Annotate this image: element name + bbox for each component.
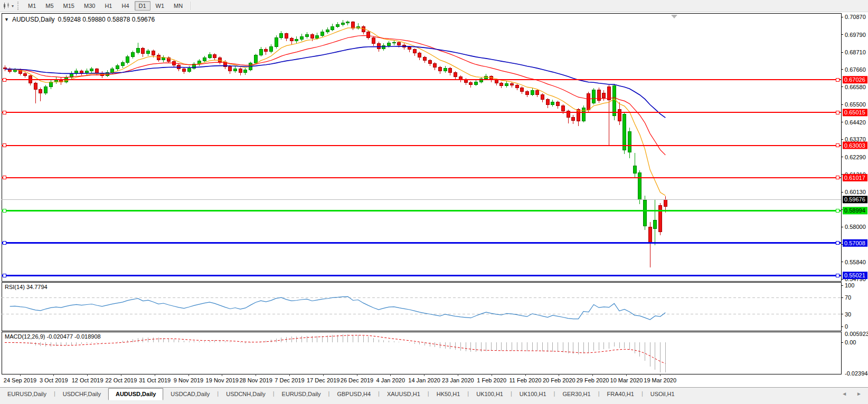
candle: [664, 199, 667, 206]
candle: [85, 71, 88, 73]
candle: [567, 111, 570, 117]
candle: [203, 57, 206, 61]
candle: [597, 90, 600, 101]
candle: [469, 82, 473, 84]
candle: [602, 93, 606, 98]
macd-pane: [2, 332, 841, 374]
candle: [234, 69, 237, 71]
chart-canvas: 0.708700.697900.687100.676600.665800.655…: [0, 0, 868, 404]
hline-handle[interactable]: [3, 111, 6, 114]
chart-tab-hk50-h1[interactable]: HK50,H1: [429, 388, 468, 400]
candle: [346, 22, 350, 23]
svg-text:0.55021: 0.55021: [844, 272, 865, 278]
chart-tab-usdchf-daily[interactable]: USDCHF,Daily: [55, 388, 108, 400]
chart-tab-xauusd-h1[interactable]: XAUUSD,H1: [380, 388, 428, 400]
date-axis-label: 24 Sep 2019: [4, 377, 36, 383]
candlestick-chart-icon[interactable]: ▾: [2, 1, 15, 11]
candle: [239, 69, 242, 72]
chart-tab-usdcnh-daily[interactable]: USDCNH,Daily: [219, 388, 273, 400]
hline-handle[interactable]: [3, 78, 6, 81]
chart-symbol: AUDUSD,Daily: [12, 16, 55, 23]
candle: [398, 42, 401, 45]
hline-handle[interactable]: [836, 242, 839, 245]
timeframe-button-d1[interactable]: D1: [135, 1, 150, 11]
candle: [572, 117, 575, 120]
candle: [39, 90, 42, 93]
chart-tab-eurusd-daily[interactable]: EURUSD,Daily: [0, 388, 54, 400]
candle: [454, 73, 457, 76]
candle: [326, 30, 329, 32]
candle: [305, 34, 308, 36]
timeframe-button-m15[interactable]: M15: [59, 1, 79, 11]
candle: [229, 66, 232, 71]
candle: [392, 42, 395, 43]
timeframe-button-m5[interactable]: M5: [41, 1, 58, 11]
rsi-axis-label: 0: [845, 323, 848, 330]
candle: [316, 35, 319, 38]
candle: [131, 52, 135, 56]
candle: [280, 34, 283, 38]
candle: [265, 49, 268, 52]
chart-tab-fra40-h1[interactable]: FRA40,H1: [600, 388, 641, 400]
chart-tab-ger30-h1[interactable]: GER30,H1: [555, 388, 598, 400]
svg-text:0.63003: 0.63003: [844, 142, 865, 149]
hline-handle[interactable]: [836, 274, 839, 277]
candle: [295, 40, 298, 41]
price-axis-label: 0.64420: [845, 119, 866, 126]
candle: [659, 206, 662, 232]
hline-handle[interactable]: [836, 78, 839, 81]
hline-handle[interactable]: [836, 111, 839, 114]
price-axis-label: 0.58000: [845, 224, 866, 230]
timeframe-button-h1[interactable]: H1: [100, 1, 116, 11]
svg-text:0.67026: 0.67026: [844, 76, 865, 83]
chart-tab-uk100-h1[interactable]: UK100,H1: [512, 388, 554, 400]
rsi-indicator-label: RSI(14) 34.7794: [5, 284, 48, 290]
candle: [382, 45, 385, 49]
hline-handle[interactable]: [836, 176, 839, 179]
chart-tab-usoil-h1[interactable]: USOil,H1: [643, 388, 682, 400]
tab-scroll-right-icon[interactable]: ►: [856, 391, 862, 397]
candle: [433, 63, 437, 67]
chart-tab-gbpusd-h4[interactable]: GBPUSD,H4: [329, 388, 378, 400]
hline-handle[interactable]: [3, 274, 6, 277]
price-axis-label: 0.63370: [845, 136, 866, 142]
svg-text:0.65015: 0.65015: [844, 109, 865, 116]
collapse-arrow-icon[interactable]: ▼: [4, 17, 9, 22]
toolbar-separator: [191, 2, 192, 10]
candlestick-glyph: [3, 3, 11, 9]
price-axis-label: 0.55840: [845, 259, 866, 265]
timeframe-button-h4[interactable]: H4: [117, 1, 133, 11]
chart-tab-audusd-daily[interactable]: AUDUSD,Daily: [108, 388, 163, 400]
timeframe-button-mn[interactable]: MN: [169, 1, 187, 11]
candle: [90, 69, 93, 71]
timeframe-button-w1[interactable]: W1: [152, 1, 169, 11]
hline-handle[interactable]: [836, 209, 839, 212]
chart-tab-eurusd-daily[interactable]: EURUSD,Daily: [275, 388, 328, 400]
svg-text:0.58994: 0.58994: [844, 207, 865, 214]
hline-handle[interactable]: [3, 144, 6, 147]
hline-handle[interactable]: [3, 242, 6, 245]
hline-handle[interactable]: [836, 144, 839, 147]
candle: [244, 70, 247, 73]
candle: [515, 85, 518, 88]
timeframe-button-m1[interactable]: M1: [24, 1, 40, 11]
candle: [320, 32, 324, 35]
hline-handle[interactable]: [3, 176, 6, 179]
candle: [183, 69, 186, 71]
tab-scroll-left-icon[interactable]: ◄: [842, 391, 847, 397]
candle: [654, 220, 657, 228]
price-axis-label: 0.65500: [845, 101, 866, 108]
chart-tab-usdcad-daily[interactable]: USDCAD,Daily: [163, 388, 217, 400]
chart-tab-uk100-h1[interactable]: UK100,H1: [469, 388, 511, 400]
candle: [341, 23, 344, 25]
macd-axis-label: 0.00: [845, 339, 856, 345]
date-axis-label: 23 Jan 2020: [442, 377, 474, 383]
svg-text:0.57008: 0.57008: [844, 240, 865, 246]
chart-ohlc-values: 0.59248 0.59880 0.58878 0.59676: [58, 16, 155, 23]
candle: [638, 173, 641, 200]
date-axis-label: 28 Nov 2019: [239, 377, 272, 383]
candle: [96, 69, 99, 73]
timeframe-button-m30[interactable]: M30: [80, 1, 99, 11]
candle: [213, 55, 216, 58]
hline-handle[interactable]: [3, 209, 6, 212]
